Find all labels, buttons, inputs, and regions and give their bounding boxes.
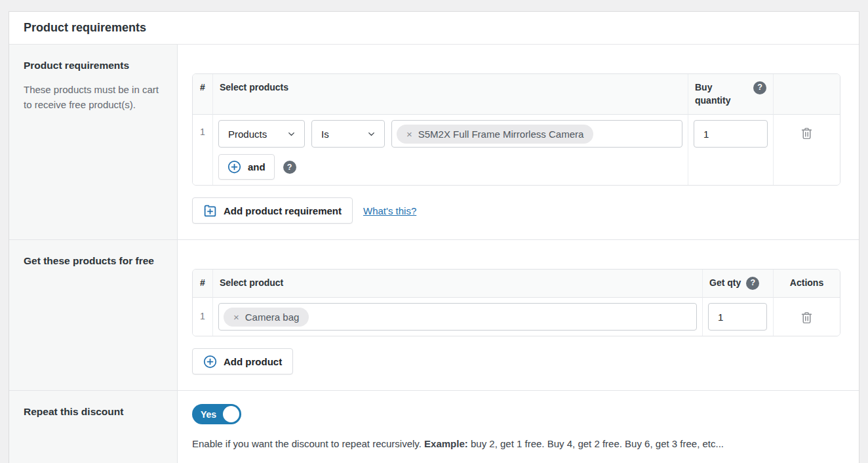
requirement-row-actions bbox=[773, 115, 840, 185]
delete-free-product-button[interactable] bbox=[797, 308, 816, 327]
repeat-sidebar: Repeat this discount bbox=[9, 391, 178, 463]
requirement-row-number: 1 bbox=[193, 115, 212, 185]
chevron-down-icon bbox=[286, 129, 296, 139]
required-products-input[interactable]: × S5M2X Full Frame Mirrorless Camera bbox=[391, 120, 682, 148]
add-product-requirement-label: Add product requirement bbox=[224, 205, 342, 216]
selected-free-product-tag: × Camera bag bbox=[224, 308, 309, 327]
buy-quantity-input[interactable] bbox=[694, 120, 768, 148]
selected-product-tag: × S5M2X Full Frame Mirrorless Camera bbox=[397, 125, 593, 144]
and-button-label: and bbox=[248, 161, 266, 172]
free-product-row-controls: × Camera bag bbox=[212, 298, 702, 336]
repeat-description: Enable if you want the discount to repea… bbox=[192, 438, 840, 449]
product-requirements-panel: Product requirements Product requirement… bbox=[9, 11, 859, 463]
circle-plus-icon bbox=[227, 160, 241, 174]
free-products-content: # Select product Get qty ? Actions 1 × C… bbox=[178, 240, 859, 390]
buy-quantity-cell bbox=[688, 115, 773, 185]
requirement-row-controls: Products Is × S5M2X Full Frame Mirrorles… bbox=[212, 115, 688, 185]
condition-operator-value: Is bbox=[321, 129, 329, 140]
remove-tag-icon[interactable]: × bbox=[406, 129, 412, 140]
repeat-sidebar-title: Repeat this discount bbox=[24, 405, 163, 419]
repeat-discount-toggle[interactable]: Yes bbox=[192, 404, 241, 424]
col-header-buy-quantity: Buy quantity ? bbox=[688, 74, 773, 115]
requirements-sidebar: Product requirements These products must… bbox=[9, 45, 178, 239]
free-products-table: # Select product Get qty ? Actions 1 × C… bbox=[192, 269, 840, 336]
add-product-label: Add product bbox=[224, 356, 282, 367]
section-free-products: Get these products for free # Select pro… bbox=[9, 240, 859, 391]
condition-operator-select[interactable]: Is bbox=[311, 120, 385, 148]
repeat-description-example-label: Example: bbox=[422, 438, 468, 449]
get-qty-help-icon[interactable]: ? bbox=[746, 277, 759, 290]
requirements-sidebar-title: Product requirements bbox=[24, 59, 163, 73]
add-product-button[interactable]: Add product bbox=[192, 348, 293, 374]
requirements-sidebar-description: These products must be in cart to receiv… bbox=[24, 82, 163, 113]
col-header-actions: Actions bbox=[773, 270, 840, 298]
free-product-row-actions bbox=[773, 298, 840, 336]
and-help-icon[interactable]: ? bbox=[283, 161, 296, 174]
trash-icon bbox=[800, 311, 814, 325]
free-products-sidebar: Get these products for free bbox=[9, 240, 178, 390]
add-and-condition-button[interactable]: and bbox=[218, 154, 275, 180]
get-qty-label: Get qty bbox=[709, 277, 741, 290]
get-qty-input[interactable] bbox=[708, 303, 767, 331]
get-qty-cell bbox=[702, 298, 773, 336]
whats-this-link[interactable]: What's this? bbox=[363, 205, 416, 216]
chevron-down-icon bbox=[366, 129, 376, 139]
col-header-actions-blank bbox=[773, 74, 840, 115]
remove-tag-icon[interactable]: × bbox=[233, 312, 239, 323]
circle-plus-icon bbox=[203, 355, 217, 369]
free-product-row-number: 1 bbox=[193, 298, 212, 336]
requirements-content: # Select products Buy quantity ? 1 Produ… bbox=[178, 45, 859, 239]
delete-requirement-button[interactable] bbox=[797, 124, 816, 143]
buy-quantity-label: Buy quantity bbox=[695, 81, 741, 107]
condition-type-select[interactable]: Products bbox=[218, 120, 305, 148]
trash-icon bbox=[800, 127, 814, 140]
square-plus-icon bbox=[203, 204, 217, 218]
free-product-input[interactable]: × Camera bag bbox=[218, 303, 697, 331]
section-repeat-discount: Repeat this discount Yes Enable if you w… bbox=[9, 391, 859, 463]
condition-type-value: Products bbox=[228, 129, 267, 140]
free-products-sidebar-title: Get these products for free bbox=[24, 254, 163, 268]
toggle-knob bbox=[223, 406, 239, 422]
section-product-requirements: Product requirements These products must… bbox=[9, 45, 859, 240]
col-header-number: # bbox=[193, 74, 212, 115]
repeat-content: Yes Enable if you want the discount to r… bbox=[178, 391, 859, 463]
col-header-select-products: Select products bbox=[212, 74, 688, 115]
repeat-description-text: Enable if you want the discount to repea… bbox=[192, 438, 422, 449]
col-header-select-product: Select product bbox=[212, 270, 702, 298]
repeat-description-rest: buy 2, get 1 free. Buy 4, get 2 free. Bu… bbox=[468, 438, 724, 449]
panel-title: Product requirements bbox=[24, 21, 844, 35]
toggle-on-label: Yes bbox=[201, 409, 216, 420]
buy-quantity-help-icon[interactable]: ? bbox=[753, 81, 766, 94]
add-product-requirement-button[interactable]: Add product requirement bbox=[192, 197, 353, 224]
panel-header: Product requirements bbox=[9, 12, 859, 45]
col-header-number: # bbox=[193, 270, 212, 298]
requirements-table: # Select products Buy quantity ? 1 Produ… bbox=[192, 73, 840, 186]
selected-free-product-tag-label: Camera bag bbox=[245, 312, 300, 323]
selected-product-tag-label: S5M2X Full Frame Mirrorless Camera bbox=[418, 129, 584, 140]
col-header-get-qty: Get qty ? bbox=[702, 270, 773, 298]
